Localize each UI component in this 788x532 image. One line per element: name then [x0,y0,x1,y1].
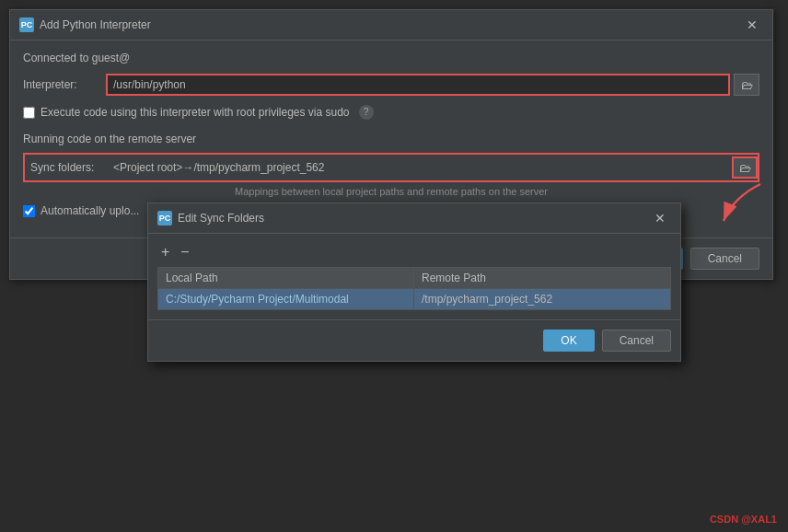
interpreter-row: Interpreter: 🗁 [23,74,759,96]
sync-table-header: Local Path Remote Path [157,267,671,288]
table-row[interactable]: C:/Study/Pycharm Project/Multimodal /tmp… [158,289,670,309]
sync-dialog-title-left: PC Edit Sync Folders [157,211,264,226]
sync-dialog-close-button[interactable]: ✕ [649,209,671,227]
sync-table-body: C:/Study/Pycharm Project/Multimodal /tmp… [157,288,671,310]
local-path-header: Local Path [158,268,414,288]
sync-dialog-footer: OK Cancel [148,319,680,361]
sync-folder-button[interactable]: 🗁 [732,156,758,179]
sync-dialog-body: + − Local Path Remote Path C:/Study/Pych… [148,234,680,319]
watermark: CSDN @XAL1 [710,514,777,525]
section-label: Running code on the remote server [23,133,759,145]
interpreter-input[interactable] [106,74,730,96]
help-icon[interactable]: ? [359,105,374,120]
sudo-label: Execute code using this interpreter with… [41,106,350,119]
auto-upload-label: Automatically uplo... [41,204,139,217]
sync-pc-icon: PC [157,211,172,226]
remote-path-header: Remote Path [414,268,670,288]
main-dialog-title-bar: PC Add Python Interpreter ✕ [10,10,772,40]
sync-folders-value: <Project root>→/tmp/pycharm_project_562 [108,158,732,177]
main-dialog-title-left: PC Add Python Interpreter [19,17,151,32]
sync-cancel-button[interactable]: Cancel [602,330,671,352]
main-dialog-close-button[interactable]: ✕ [741,16,763,34]
sudo-checkbox[interactable] [23,107,35,119]
pc-icon: PC [19,17,34,32]
sync-dialog-title-bar: PC Edit Sync Folders ✕ [148,203,680,234]
interpreter-label: Interpreter: [23,78,106,91]
main-cancel-button[interactable]: Cancel [690,248,759,270]
add-sync-button[interactable]: + [157,243,173,261]
main-dialog-title: Add Python Interpreter [40,18,151,31]
sync-ok-button[interactable]: OK [543,330,594,352]
auto-upload-checkbox[interactable] [23,205,35,217]
remove-sync-button[interactable]: − [177,243,192,261]
sudo-checkbox-row: Execute code using this interpreter with… [23,105,759,120]
sync-dialog-title: Edit Sync Folders [178,212,264,225]
interpreter-folder-button[interactable]: 🗁 [734,74,759,96]
remote-path-cell: /tmp/pycharm_project_562 [414,289,670,309]
sync-folders-label: Sync folders: [25,161,108,174]
sync-folders-row: Sync folders: <Project root>→/tmp/pychar… [23,153,759,182]
connected-label: Connected to guest@ [23,52,759,64]
sync-dialog: PC Edit Sync Folders ✕ + − Local Path Re… [147,202,681,362]
sync-hint-text: Mappings between local project paths and… [23,186,759,197]
sync-toolbar: + − [157,243,671,261]
local-path-cell: C:/Study/Pycharm Project/Multimodal [158,289,414,309]
